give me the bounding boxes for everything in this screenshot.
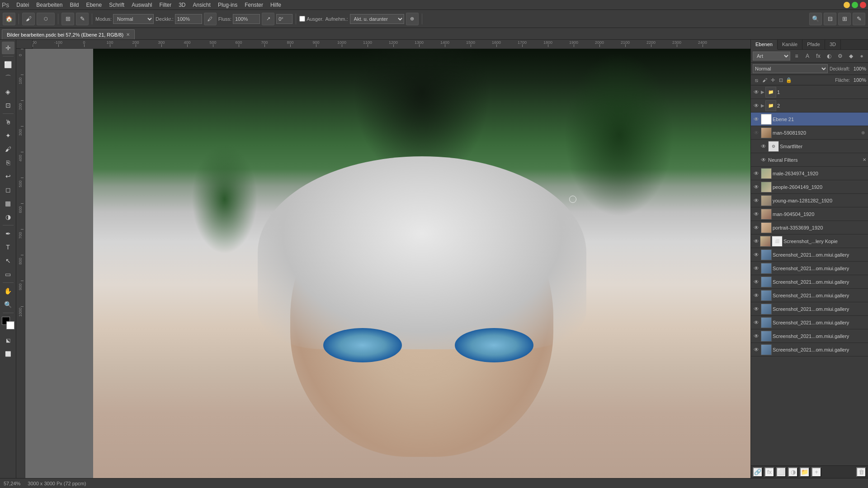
visibility-screenshot6[interactable]: 👁 — [753, 319, 760, 326]
add-group-btn[interactable]: 📁 — [800, 467, 810, 477]
canvas-container[interactable] — [25, 49, 750, 478]
link-layers-btn[interactable]: 🔗 — [753, 467, 763, 477]
tab-pfade[interactable]: Pfade — [802, 40, 825, 49]
brush-preset[interactable]: ⬡ — [37, 13, 55, 25]
layer-screenshot5[interactable]: 👁 Screenshot_2021...om.miui.gallery — [751, 302, 868, 316]
menu-ansicht[interactable]: Ansicht — [189, 1, 214, 9]
close-button[interactable] — [860, 2, 866, 8]
toggle-btn2[interactable]: ✎ — [76, 13, 89, 25]
modus-select[interactable]: Normal — [113, 14, 154, 24]
lock-transparent-btn[interactable]: ⧅ — [753, 76, 760, 84]
delete-layer-btn[interactable]: 🗑 — [856, 467, 866, 477]
minimize-button[interactable] — [844, 2, 850, 8]
visibility-screenshot5[interactable]: 👁 — [753, 305, 760, 313]
layer-youngman1281282[interactable]: 👁 young-man-1281282_1920 — [751, 194, 868, 207]
layer-screenshot7[interactable]: 👁 Screenshot_2021...om.miui.gallery — [751, 329, 868, 343]
layer-group-2[interactable]: 👁 ▶ 📁 2 — [751, 99, 868, 113]
visibility-ebene21[interactable]: 👁 — [753, 116, 760, 123]
deckkraft-input[interactable] — [175, 14, 202, 24]
layers-filter-select[interactable]: Art — [753, 52, 790, 61]
filter-type-btn[interactable]: ≡ — [792, 52, 801, 61]
ausger-checkbox[interactable] — [299, 16, 305, 22]
tab-kanaele[interactable]: Kanäle — [778, 40, 802, 49]
visibility-screenshot4[interactable]: 👁 — [753, 292, 760, 299]
extra-btn[interactable]: ✎ — [853, 13, 865, 25]
path-select-tool[interactable]: ↖ — [2, 254, 14, 267]
layer-screenshot2[interactable]: 👁 Screenshot_2021...om.miui.gallery — [751, 262, 868, 275]
tab-close-btn[interactable]: ✕ — [126, 32, 130, 37]
visibility-man904504[interactable]: 👁 — [753, 211, 760, 218]
layer-neuralfilters[interactable]: 👁 Neural Filters ✕ — [751, 153, 868, 167]
layer-man904504[interactable]: 👁 man-904504_1920 — [751, 207, 868, 221]
fluss-input[interactable] — [233, 14, 260, 24]
tab-ebenen[interactable]: Ebenen — [751, 40, 778, 50]
zoom-tool[interactable]: 🔍 — [2, 298, 14, 311]
filter-attr-btn[interactable]: ⚙ — [835, 52, 844, 61]
layer-screenshot8[interactable]: 👁 Screenshot_2021...om.miui.gallery — [751, 343, 868, 357]
lock-pos-btn[interactable]: ✛ — [769, 76, 776, 84]
sample-btn[interactable]: ⊕ — [406, 13, 419, 25]
stamp-tool[interactable]: ⎘ — [2, 156, 14, 169]
visibility-male2634974[interactable]: 👁 — [753, 170, 760, 177]
gradient-tool[interactable]: ▦ — [2, 197, 14, 210]
tab-3d[interactable]: 3D — [825, 40, 841, 49]
search-btn[interactable]: 🔍 — [809, 13, 822, 25]
home-button[interactable]: 🏠 — [3, 13, 15, 25]
menu-plugins[interactable]: Plug-ins — [214, 1, 241, 9]
aufnehm-select[interactable]: Akt. u. darunter — [350, 14, 404, 24]
layer-screenshot-kopie[interactable]: 👁 ⬜ Screenshot_...lery Kopie — [751, 235, 868, 248]
angle-btn[interactable]: ↗ — [262, 13, 274, 25]
text-tool[interactable]: T — [2, 241, 14, 253]
layer-man59081920[interactable]: 👁 man-59081920 ⊕ — [751, 126, 868, 140]
visibility-screenshot-kopie[interactable]: 👁 — [753, 238, 760, 245]
brush-tool-lt[interactable]: 🖌 — [2, 143, 14, 155]
menu-fenster[interactable]: Fenster — [241, 1, 267, 9]
menu-filter[interactable]: Filter — [156, 1, 175, 9]
eyedropper-tool[interactable]: 🖱 — [2, 116, 14, 128]
lock-all-btn[interactable]: 🔒 — [785, 76, 793, 84]
color-selector[interactable] — [2, 317, 14, 329]
filter-name-btn[interactable]: A — [803, 52, 812, 61]
brush-tool[interactable]: 🖌 — [22, 13, 35, 25]
add-layer-btn[interactable]: + — [811, 467, 821, 477]
menu-schrift[interactable]: Schrift — [105, 1, 128, 9]
layer-ebene21[interactable]: 👁 Ebene 21 — [751, 113, 868, 126]
layer-smartfilter[interactable]: 👁 ⚙ Smartfilter — [751, 140, 868, 153]
app-icon[interactable]: Ps — [2, 1, 9, 9]
lasso-tool[interactable]: ⌒ — [2, 72, 14, 84]
menu-bearbeiten[interactable]: Bearbeiten — [33, 1, 66, 9]
lock-artboard-btn[interactable]: ⊡ — [777, 76, 784, 84]
filter-effect-btn[interactable]: fx — [814, 52, 823, 61]
visibility-screenshot1[interactable]: 👁 — [753, 251, 760, 258]
blend-mode-select[interactable]: Normal — [753, 64, 828, 73]
pen-tool[interactable]: ✒ — [2, 227, 14, 240]
menu-auswahl[interactable]: Auswahl — [128, 1, 156, 9]
visibility-screenshot8[interactable]: 👁 — [753, 346, 760, 353]
visibility-man59081920[interactable]: 👁 — [753, 129, 760, 136]
filter-mode-btn[interactable]: ◐ — [825, 52, 834, 61]
layer-people2604149[interactable]: 👁 people-2604149_1920 — [751, 180, 868, 194]
lock-paint-btn[interactable]: 🖌 — [761, 76, 768, 84]
move-tool[interactable]: ✛ — [2, 42, 14, 54]
spot-heal-tool[interactable]: ✦ — [2, 129, 14, 142]
menu-3d[interactable]: 3D — [175, 1, 189, 9]
neuralfilters-close[interactable]: ✕ — [863, 157, 866, 162]
screen-mode[interactable]: ⬜ — [2, 347, 14, 360]
add-adjustment-btn[interactable]: ◑ — [788, 467, 798, 477]
eraser-tool[interactable]: ◻ — [2, 183, 14, 196]
layer-screenshot4[interactable]: 👁 Screenshot_2021...om.miui.gallery — [751, 289, 868, 302]
visibility-youngman1281282[interactable]: 👁 — [753, 197, 760, 204]
menu-hilfe[interactable]: Hilfe — [267, 1, 285, 9]
filter-color-btn[interactable]: ◆ — [846, 52, 855, 61]
angle-input[interactable] — [276, 14, 292, 24]
crop-tool[interactable]: ⊡ — [2, 99, 14, 112]
layer-screenshot6[interactable]: 👁 Screenshot_2021...om.miui.gallery — [751, 316, 868, 329]
visibility-screenshot3[interactable]: 👁 — [753, 278, 760, 286]
menu-datei[interactable]: Datei — [13, 1, 33, 9]
layer-screenshot1[interactable]: 👁 Screenshot_2021...om.miui.gallery — [751, 248, 868, 262]
pressure-btn[interactable]: 🖊 — [204, 13, 217, 25]
view-btn[interactable]: ⊟ — [824, 13, 836, 25]
visibility-screenshot7[interactable]: 👁 — [753, 333, 760, 340]
menu-bild[interactable]: Bild — [66, 1, 82, 9]
layer-screenshot3[interactable]: 👁 Screenshot_2021...om.miui.gallery — [751, 275, 868, 289]
